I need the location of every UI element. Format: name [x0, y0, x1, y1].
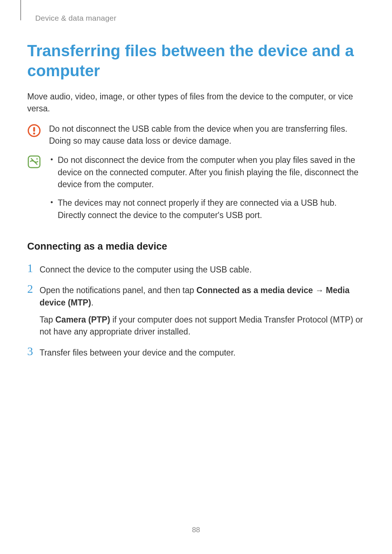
step-text: Transfer files between your device and t… [40, 345, 365, 359]
step-number: 2 [27, 283, 40, 295]
note-list: Do not disconnect the device from the co… [49, 154, 365, 228]
caution-icon [27, 124, 41, 138]
step-2: 2 Open the notifications panel, and then… [27, 283, 365, 338]
caution-text: Do not disconnect the USB cable from the… [49, 123, 365, 147]
step-line: Tap Camera (PTP) if your computer does n… [40, 314, 365, 338]
note-item: Do not disconnect the device from the co… [49, 154, 365, 190]
step-line: Connect the device to the computer using… [40, 264, 365, 276]
subheading: Connecting as a media device [27, 241, 365, 252]
breadcrumb: Device & data manager [35, 14, 365, 22]
page-number: 88 [0, 526, 392, 534]
intro-paragraph: Move audio, video, image, or other types… [27, 91, 365, 115]
note-block: Do not disconnect the device from the co… [27, 154, 365, 228]
step-number: 3 [27, 345, 40, 358]
page-content: Device & data manager Transferring files… [0, 0, 392, 359]
caution-block: Do not disconnect the USB cable from the… [27, 123, 365, 147]
step-line: Transfer files between your device and t… [40, 347, 365, 359]
note-icon [27, 155, 41, 169]
step-line: Open the notifications panel, and then t… [40, 284, 365, 309]
note-item: The devices may not connect properly if … [49, 197, 365, 221]
svg-rect-1 [33, 127, 35, 132]
step-text: Connect the device to the computer using… [40, 262, 365, 276]
step-number: 1 [27, 262, 40, 275]
step-text: Open the notifications panel, and then t… [40, 283, 365, 338]
page-title: Transferring files between the device an… [27, 41, 365, 81]
step-1: 1 Connect the device to the computer usi… [27, 262, 365, 276]
svg-point-2 [33, 132, 35, 135]
header-divider [20, 0, 21, 20]
step-3: 3 Transfer files between your device and… [27, 345, 365, 359]
